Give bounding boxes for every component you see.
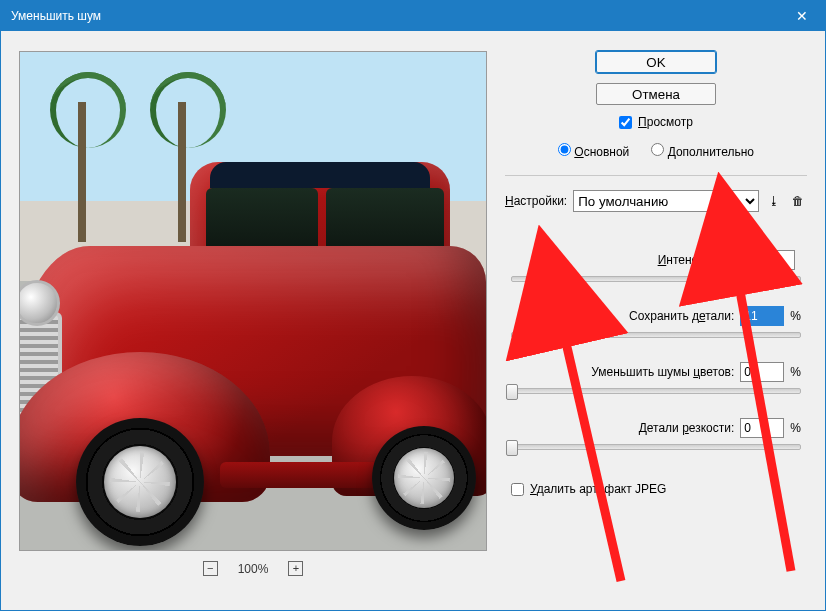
colornoise-suffix: % (790, 365, 801, 379)
strength-thumb[interactable] (736, 272, 748, 288)
mode-basic-rest: сновной (584, 145, 630, 159)
cancel-button[interactable]: Отмена (596, 83, 716, 105)
sharpen-suffix: % (790, 421, 801, 435)
zoom-controls: − 100% + (203, 561, 304, 576)
colornoise-label: Уменьшить шумы цветов: (591, 365, 734, 379)
preserve-thumb[interactable] (538, 328, 550, 344)
close-button[interactable]: ✕ (779, 1, 825, 31)
settings-select[interactable]: По умолчанию (573, 190, 759, 212)
dialog-window: Уменьшить шум ✕ (0, 0, 826, 611)
titlebar: Уменьшить шум ✕ (1, 1, 825, 31)
settings-label: Настройки: (505, 194, 567, 208)
preserve-suffix: % (790, 309, 801, 323)
window-title: Уменьшить шум (11, 9, 779, 23)
minus-icon: − (207, 563, 213, 574)
dialog-body: − 100% + OK Отмена Просмотр Основной (1, 31, 825, 610)
mode-advanced[interactable]: Дополнительно (651, 143, 754, 159)
save-preset-button[interactable]: ⭳ (765, 192, 783, 210)
settings-row: Настройки: По умолчанию ⭳ 🗑 (505, 175, 807, 212)
preserve-label: Сохранить детали: (629, 309, 734, 323)
zoom-level: 100% (238, 562, 269, 576)
preserve-input[interactable] (740, 306, 784, 326)
preserve-slider[interactable] (511, 332, 801, 338)
mode-basic[interactable]: Основной (558, 143, 629, 159)
preview-checkbox-label: Просмотр (638, 115, 693, 129)
jpeg-row: Удалить артефакт JPEG (505, 482, 807, 496)
sliders-area: Интенсивность: Сохранить детали: % (505, 250, 807, 450)
mode-radio-row: Основной Дополнительно (505, 143, 807, 159)
sharpen-thumb[interactable] (506, 440, 518, 456)
colornoise-thumb[interactable] (506, 384, 518, 400)
zoom-out-button[interactable]: − (203, 561, 218, 576)
mode-advanced-rest: ополнительно (676, 145, 754, 159)
preview-panel: − 100% + (19, 51, 487, 596)
preview-scene (20, 52, 486, 550)
strength-group: Интенсивность: (511, 250, 801, 282)
mode-advanced-radio[interactable] (651, 143, 664, 156)
delete-preset-button[interactable]: 🗑 (789, 192, 807, 210)
save-icon: ⭳ (768, 194, 780, 208)
ok-button[interactable]: OK (596, 51, 716, 73)
trash-icon: 🗑 (792, 194, 804, 208)
strength-slider[interactable] (511, 276, 801, 282)
sharpen-input[interactable] (740, 418, 784, 438)
colornoise-group: Уменьшить шумы цветов: % (511, 362, 801, 394)
plus-icon: + (293, 563, 299, 574)
sharpen-group: Детали резкости: % (511, 418, 801, 450)
colornoise-slider[interactable] (511, 388, 801, 394)
close-icon: ✕ (796, 8, 808, 24)
zoom-in-button[interactable]: + (288, 561, 303, 576)
preview-checkbox[interactable] (619, 116, 632, 129)
jpeg-checkbox[interactable] (511, 483, 524, 496)
sharpen-slider[interactable] (511, 444, 801, 450)
strength-label: Интенсивность: (658, 253, 745, 267)
preserve-group: Сохранить детали: % (511, 306, 801, 338)
car-illustration (19, 162, 487, 551)
sharpen-label: Детали резкости: (639, 421, 735, 435)
preview-toggle-row: Просмотр (505, 115, 807, 129)
preview-image[interactable] (19, 51, 487, 551)
preview-label-rest: росмотр (647, 115, 693, 129)
mode-basic-radio[interactable] (558, 143, 571, 156)
strength-input[interactable] (751, 250, 795, 270)
colornoise-input[interactable] (740, 362, 784, 382)
controls-panel: OK Отмена Просмотр Основной Дополнительн… (505, 51, 807, 596)
jpeg-label: Удалить артефакт JPEG (530, 482, 666, 496)
